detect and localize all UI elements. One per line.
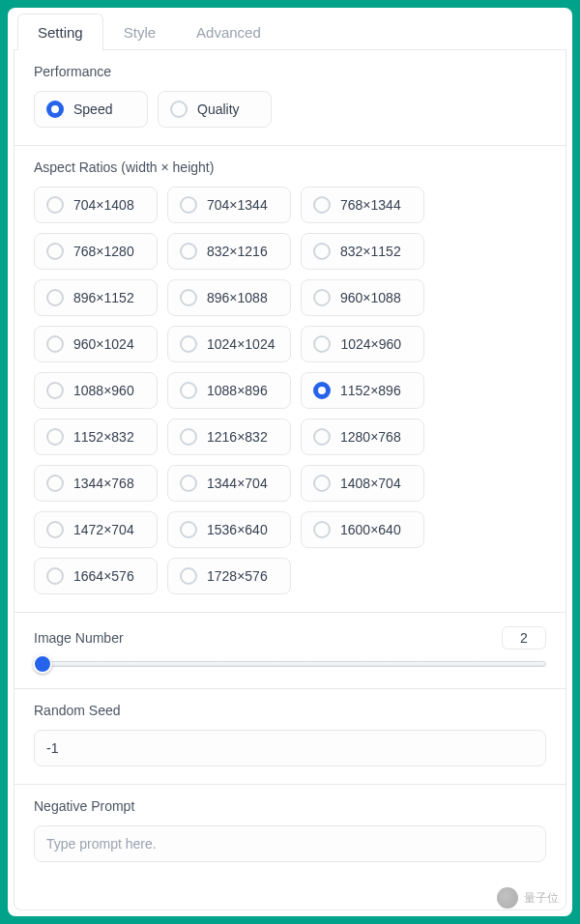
radio-label: 704×1344 — [207, 197, 268, 213]
radio-option[interactable]: 768×1344 — [301, 187, 424, 223]
radio-option[interactable]: 1088×960 — [34, 372, 158, 409]
radio-label: 1408×704 — [340, 476, 401, 491]
radio-option[interactable]: 960×1024 — [34, 326, 158, 362]
radio-icon — [180, 335, 197, 353]
radio-option[interactable]: 832×1216 — [167, 233, 291, 270]
radio-option[interactable]: Speed — [34, 91, 148, 128]
watermark-text: 量子位 — [524, 890, 559, 907]
radio-option[interactable]: 832×1152 — [301, 233, 424, 270]
radio-icon — [313, 475, 331, 492]
radio-label: 1344×768 — [73, 476, 134, 491]
radio-option[interactable]: 896×1088 — [167, 279, 291, 316]
radio-option[interactable]: 1152×832 — [34, 419, 158, 455]
radio-icon — [180, 289, 197, 306]
radio-icon — [313, 335, 331, 353]
tab-advanced[interactable]: Advanced — [176, 14, 281, 50]
radio-icon — [46, 382, 64, 399]
performance-options: SpeedQuality — [34, 91, 546, 128]
radio-option[interactable]: 1024×1024 — [167, 326, 291, 362]
radio-label: 832×1152 — [340, 244, 401, 259]
radio-icon — [46, 335, 64, 353]
negative-prompt-section: Negative Prompt — [14, 785, 566, 880]
slider-thumb[interactable] — [33, 654, 52, 674]
radio-option[interactable]: 1280×768 — [301, 419, 424, 455]
radio-option[interactable]: 1152×896 — [301, 372, 424, 409]
tab-style[interactable]: Style — [103, 14, 176, 50]
radio-option[interactable]: Quality — [158, 91, 272, 128]
radio-option[interactable]: 1664×576 — [34, 558, 158, 594]
performance-title: Performance — [34, 64, 546, 79]
radio-option[interactable]: 896×1152 — [34, 279, 158, 316]
radio-icon — [46, 196, 64, 214]
radio-label: 768×1280 — [73, 244, 134, 259]
watermark-logo-icon — [497, 887, 518, 909]
radio-option[interactable]: 1024×960 — [301, 326, 424, 362]
aspect-ratios-options: 704×1408704×1344768×1344768×1280832×1216… — [34, 187, 546, 594]
radio-label: 1280×768 — [340, 429, 401, 445]
radio-icon — [313, 521, 331, 538]
radio-label: 1664×576 — [73, 568, 134, 584]
radio-icon — [46, 475, 64, 492]
radio-icon — [313, 289, 331, 306]
radio-icon — [180, 475, 197, 492]
radio-icon — [180, 196, 197, 214]
radio-icon — [46, 101, 64, 118]
radio-option[interactable]: 960×1088 — [301, 279, 424, 316]
random-seed-input[interactable] — [34, 730, 546, 766]
radio-option[interactable]: 1088×896 — [167, 372, 291, 409]
radio-label: Quality — [197, 101, 240, 117]
image-number-title: Image Number — [34, 630, 124, 646]
aspect-ratios-section: Aspect Ratios (width × height) 704×14087… — [14, 146, 566, 613]
radio-option[interactable]: 1728×576 — [167, 558, 291, 594]
radio-icon — [313, 196, 331, 214]
radio-icon — [313, 382, 331, 399]
radio-label: 896×1088 — [207, 290, 268, 305]
tab-bar: SettingStyleAdvanced — [14, 14, 566, 50]
negative-prompt-input[interactable] — [34, 825, 546, 862]
random-seed-section: Random Seed — [14, 689, 566, 785]
radio-option[interactable]: 1408×704 — [301, 465, 424, 502]
radio-icon — [46, 521, 64, 538]
radio-icon — [180, 243, 197, 260]
settings-panel: SettingStyleAdvanced Performance SpeedQu… — [8, 8, 572, 916]
image-number-slider[interactable] — [34, 661, 546, 667]
radio-label: 1344×704 — [207, 476, 268, 491]
radio-icon — [170, 101, 188, 118]
radio-icon — [46, 243, 64, 260]
radio-label: 1024×960 — [340, 336, 401, 352]
radio-label: 1728×576 — [207, 568, 268, 584]
radio-label: 832×1216 — [207, 244, 268, 259]
radio-option[interactable]: 1600×640 — [301, 511, 424, 548]
aspect-ratios-title: Aspect Ratios (width × height) — [34, 159, 546, 175]
radio-label: 1216×832 — [207, 429, 268, 445]
radio-icon — [180, 567, 197, 585]
radio-option[interactable]: 704×1408 — [34, 187, 158, 223]
radio-option[interactable]: 1536×640 — [167, 511, 291, 548]
tab-setting[interactable]: Setting — [17, 14, 103, 50]
radio-label: 960×1024 — [73, 336, 134, 352]
radio-option[interactable]: 1344×704 — [167, 465, 291, 502]
radio-icon — [46, 428, 64, 446]
radio-label: 1600×640 — [340, 522, 401, 537]
radio-label: 1152×832 — [73, 429, 134, 445]
radio-icon — [313, 243, 331, 260]
radio-option[interactable]: 768×1280 — [34, 233, 158, 270]
radio-icon — [46, 567, 64, 585]
radio-label: 896×1152 — [73, 290, 134, 305]
radio-icon — [180, 382, 197, 399]
watermark: 量子位 — [497, 887, 559, 909]
radio-option[interactable]: 1216×832 — [167, 419, 291, 455]
radio-label: 960×1088 — [340, 290, 401, 305]
radio-icon — [313, 428, 331, 446]
image-number-section: Image Number 2 — [14, 613, 566, 689]
radio-icon — [180, 428, 197, 446]
radio-option[interactable]: 1472×704 — [34, 511, 158, 548]
radio-label: 704×1408 — [73, 197, 134, 213]
performance-section: Performance SpeedQuality — [14, 50, 566, 146]
image-number-value[interactable]: 2 — [502, 626, 546, 650]
radio-label: 1024×1024 — [207, 336, 275, 352]
radio-option[interactable]: 1344×768 — [34, 465, 158, 502]
radio-label: 1152×896 — [340, 383, 401, 398]
radio-option[interactable]: 704×1344 — [167, 187, 291, 223]
radio-label: 1088×896 — [207, 383, 268, 398]
